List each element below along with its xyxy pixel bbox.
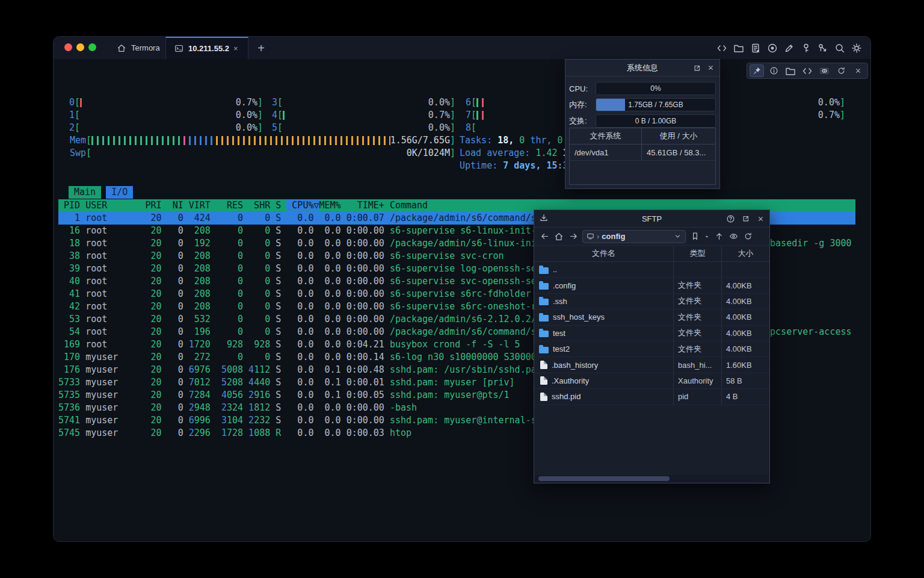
tab-session[interactable]: 10.211.55.2 × xyxy=(165,37,248,59)
file-name: test xyxy=(553,329,565,338)
sysinfo-stat-row: 交换:0 B / 1.00GB xyxy=(569,114,716,128)
folder-icon xyxy=(539,283,549,290)
file-size-cell: 4.00KB xyxy=(721,294,769,309)
file-name: ssh_host_keys xyxy=(553,312,605,322)
file-type-cell: 文件夹 xyxy=(673,341,721,356)
gpu-icon[interactable] xyxy=(817,64,831,77)
open-in-window-icon[interactable] xyxy=(742,214,750,223)
edit-icon[interactable] xyxy=(784,43,795,54)
home-button[interactable] xyxy=(553,231,564,242)
file-type-cell: bash_hi... xyxy=(673,357,721,372)
key-icon[interactable] xyxy=(801,43,812,54)
stat-bar: 0 B / 1.00GB xyxy=(596,114,716,128)
file-row[interactable]: .XauthorityXauthority58 B xyxy=(534,373,769,389)
horizontal-scrollbar[interactable] xyxy=(535,475,769,482)
folder-icon[interactable] xyxy=(783,64,798,77)
folder-icon[interactable] xyxy=(733,43,744,54)
stat-label: 内存: xyxy=(569,99,596,110)
column-type[interactable]: 类型 xyxy=(673,246,721,261)
breadcrumb-separator: › xyxy=(597,232,599,241)
close-icon[interactable] xyxy=(757,215,765,223)
file-row[interactable]: test2文件夹4.00KB xyxy=(534,341,769,357)
refresh-icon[interactable] xyxy=(834,64,848,77)
cpu-meter-2: 2[0.0%] xyxy=(69,122,263,134)
sftp-toolbar: › config xyxy=(534,228,769,246)
htop-tab-main[interactable]: Main xyxy=(69,186,101,199)
file-row[interactable]: .bash_historybash_hi...1.60KB xyxy=(534,357,769,373)
file-name: .. xyxy=(553,265,557,274)
file-name-cell: test2 xyxy=(534,341,673,356)
column-size[interactable]: 大小 xyxy=(721,246,769,261)
stat-value: 0% xyxy=(596,82,715,95)
file-type-cell: pid xyxy=(673,389,721,404)
file-row[interactable]: .ssh文件夹4.00KB xyxy=(534,294,769,309)
file-name-cell: .. xyxy=(534,262,673,277)
file-name-cell: ssh_host_keys xyxy=(534,309,673,325)
tab-close-icon[interactable]: × xyxy=(233,44,238,53)
refresh-icon[interactable] xyxy=(742,231,753,242)
filesystem-table: 文件系统 使用 / 大小 /dev/vda1 45.61GB / 58.3... xyxy=(569,128,716,185)
load-average-line: Load average: 1.42 1 xyxy=(460,147,568,160)
file-size-cell: 58 B xyxy=(721,373,769,388)
back-button[interactable] xyxy=(539,231,550,242)
column-name[interactable]: 文件名 xyxy=(534,246,673,261)
file-icon xyxy=(540,361,547,369)
swp-meter: Swp[0K/1024M] xyxy=(70,147,455,160)
file-row[interactable]: ssh_host_keys文件夹4.00KB xyxy=(534,309,769,325)
sysinfo-titlebar: 系统信息 xyxy=(565,60,719,76)
file-row[interactable]: .. xyxy=(534,262,769,278)
file-icon xyxy=(540,376,547,385)
pin-icon[interactable] xyxy=(750,64,764,77)
file-name-cell: .Xauthority xyxy=(534,373,673,388)
cpu-meter-3: 3[0.0%] xyxy=(272,96,455,109)
stat-value: 1.75GB / 7.65GB xyxy=(596,99,715,111)
uptime-line: Uptime: 7 days, 15:3 xyxy=(460,160,568,172)
cpu-meter-5: 5[0.0%] xyxy=(272,122,455,134)
table-row[interactable]: /dev/vda1 45.61GB / 58.3... xyxy=(570,144,715,161)
minimize-window-button[interactable] xyxy=(76,43,84,51)
file-table-header: 文件名 类型 大小 xyxy=(534,246,769,262)
close-window-button[interactable] xyxy=(64,43,72,51)
keychain-icon[interactable] xyxy=(818,43,828,54)
chevron-down-icon[interactable] xyxy=(674,232,682,240)
file-name-cell: .ssh xyxy=(534,294,673,309)
close-icon[interactable] xyxy=(707,64,715,72)
code-icon[interactable] xyxy=(800,64,815,77)
code-icon[interactable] xyxy=(716,43,727,54)
sysinfo-title: 系统信息 xyxy=(627,63,658,73)
close-icon[interactable] xyxy=(851,64,865,77)
search-icon[interactable] xyxy=(834,43,845,54)
tab-termora[interactable]: Termora xyxy=(109,37,167,59)
htop-tab-io[interactable]: I/O xyxy=(106,186,133,199)
open-in-window-icon[interactable] xyxy=(693,64,701,72)
new-tab-button[interactable]: + xyxy=(253,40,269,56)
fs-col-header: 使用 / 大小 xyxy=(642,128,715,144)
scrollbar-thumb[interactable] xyxy=(538,476,670,481)
sftp-titlebar: SFTP xyxy=(534,210,769,228)
file-type-cell: 文件夹 xyxy=(673,294,721,309)
file-name-cell: .config xyxy=(534,278,673,293)
file-size-cell: 4 B xyxy=(721,389,769,404)
record-icon[interactable] xyxy=(767,43,778,54)
file-row[interactable]: sshd.pidpid4 B xyxy=(534,389,769,405)
file-type-cell xyxy=(673,262,721,277)
tasks-line: Tasks: 18, 0 thr, 0 xyxy=(460,134,563,147)
info-icon[interactable] xyxy=(766,64,781,77)
bookmark-icon[interactable] xyxy=(689,231,700,242)
bookmark-caret-icon[interactable] xyxy=(704,231,710,242)
settings-icon[interactable] xyxy=(851,43,862,54)
file-row[interactable]: .config文件夹4.00KB xyxy=(534,278,769,293)
help-icon[interactable] xyxy=(726,214,735,223)
htop-tab-bar: MainI/O xyxy=(58,186,133,199)
file-row[interactable]: test文件夹4.00KB xyxy=(534,326,769,341)
path-breadcrumb[interactable]: › config xyxy=(582,230,686,243)
forward-button[interactable] xyxy=(568,231,579,242)
up-directory-button[interactable] xyxy=(713,231,724,242)
file-type-cell: 文件夹 xyxy=(673,326,721,341)
log-icon[interactable] xyxy=(750,43,761,54)
titlebar: Termora 10.211.55.2 × + xyxy=(54,37,870,59)
side-mini-toolbar xyxy=(747,63,868,79)
download-icon[interactable] xyxy=(539,213,549,223)
zoom-window-button[interactable] xyxy=(88,43,96,51)
show-hidden-icon[interactable] xyxy=(728,231,739,242)
